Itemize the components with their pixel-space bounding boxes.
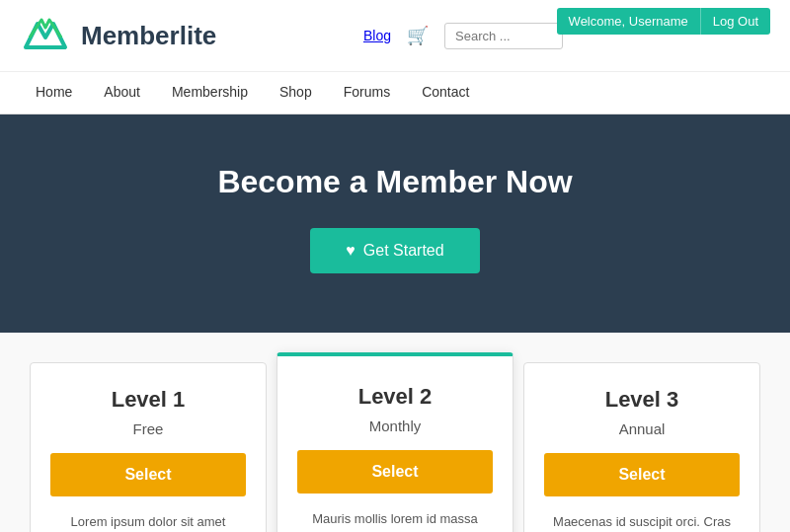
nav-forums[interactable]: Forums: [328, 72, 406, 114]
blog-link[interactable]: Blog: [363, 28, 391, 43]
level3-select-button[interactable]: Select: [544, 453, 740, 496]
header-right: Blog 🛒: [363, 23, 563, 49]
hero-title: Become a Member Now: [20, 164, 770, 200]
level3-description: Maecenas id suscipit orci. Cras dignissi…: [544, 512, 740, 532]
level2-subtitle: Monthly: [297, 418, 493, 434]
nav-home[interactable]: Home: [20, 72, 88, 114]
logo-text: Memberlite: [81, 21, 216, 51]
pricing-section: Level 1 Free Select Lorem ipsum dolor si…: [0, 333, 790, 532]
level3-title: Level 3: [544, 387, 740, 413]
nav-about[interactable]: About: [88, 72, 156, 114]
user-topbar: Welcome, Username Log Out: [557, 8, 770, 35]
hero-section: Become a Member Now ♥ Get Started: [0, 114, 790, 333]
search-input[interactable]: [444, 23, 563, 49]
pricing-card-level1: Level 1 Free Select Lorem ipsum dolor si…: [30, 362, 267, 532]
logout-button[interactable]: Log Out: [700, 8, 770, 35]
get-started-label: Get Started: [363, 242, 444, 260]
welcome-text: Welcome, Username: [557, 8, 700, 35]
level1-select-button[interactable]: Select: [50, 453, 246, 496]
cart-icon[interactable]: 🛒: [407, 25, 429, 46]
level2-select-button[interactable]: Select: [297, 450, 493, 494]
heart-icon: ♥: [346, 242, 356, 260]
nav-contact[interactable]: Contact: [406, 72, 485, 114]
level3-subtitle: Annual: [544, 420, 740, 437]
level1-description: Lorem ipsum dolor sit amet consectetur a…: [50, 512, 246, 532]
nav-membership[interactable]: Membership: [156, 72, 264, 114]
level2-title: Level 2: [297, 384, 493, 410]
logo-area: Memberlite: [20, 10, 216, 61]
site-topbar: Memberlite Blog 🛒 Welcome, Username Log …: [0, 0, 790, 72]
pricing-card-level3: Level 3 Annual Select Maecenas id suscip…: [523, 362, 760, 532]
main-nav: Home About Membership Shop Forums Contac…: [0, 72, 790, 114]
nav-shop[interactable]: Shop: [264, 72, 328, 114]
logo-icon: [20, 10, 71, 61]
pricing-card-level2: Level 2 Monthly Select Mauris mollis lor…: [276, 352, 514, 532]
level1-subtitle: Free: [50, 420, 246, 437]
level2-description: Mauris mollis lorem id massa scelerisque…: [297, 509, 493, 532]
level1-title: Level 1: [50, 387, 246, 413]
get-started-button[interactable]: ♥ Get Started: [310, 228, 479, 273]
